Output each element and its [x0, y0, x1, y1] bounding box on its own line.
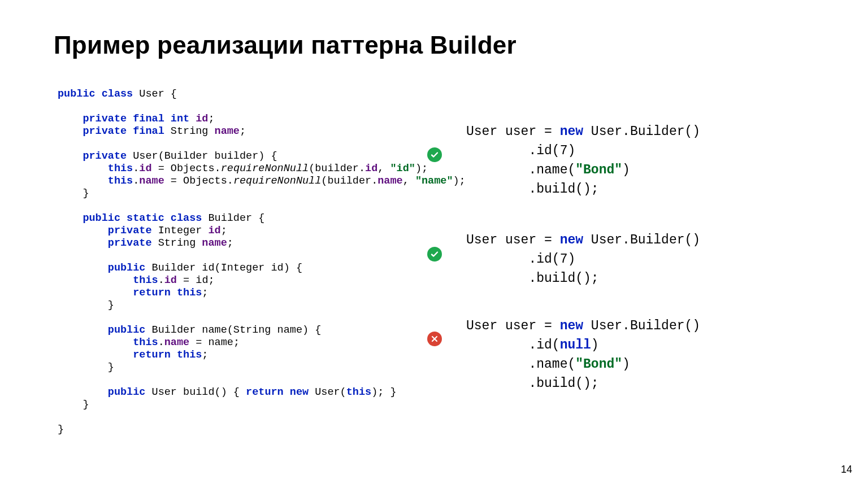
code-token: requireNonNull [221, 163, 309, 175]
slide-title: Пример реализации паттерна Builder [54, 31, 517, 59]
code-token: User.Builder() [583, 319, 700, 333]
code-token: } [58, 361, 114, 373]
code-token: "Bond" [575, 163, 622, 177]
code-token: . [158, 337, 164, 348]
code-token: private [58, 225, 152, 237]
code-token: ); [453, 175, 466, 187]
code-token: ) [591, 338, 599, 352]
code-token: .build(); [466, 376, 599, 391]
code-token: return this [58, 349, 202, 361]
code-token: id [164, 274, 177, 286]
code-token: "name" [415, 175, 453, 187]
code-token: name [164, 337, 189, 348]
code-token: } [58, 188, 89, 199]
code-token: ; [202, 349, 208, 361]
code-token: this [58, 175, 133, 187]
code-token: null [560, 338, 591, 352]
code-token: "id" [390, 163, 415, 175]
code-token: this [58, 337, 158, 348]
code-token: User user = [466, 319, 560, 333]
code-token: public [58, 262, 145, 274]
code-token: .build(); [466, 271, 599, 286]
code-token: .id(7) [466, 143, 575, 158]
code-token: , [403, 175, 415, 187]
code-token: private final int [58, 113, 196, 125]
code-token: (builder. [309, 163, 365, 175]
code-token: . [158, 274, 164, 286]
code-token: ; [227, 237, 233, 249]
code-token: id [365, 163, 377, 175]
code-token: private [58, 150, 127, 162]
code-token: } [58, 424, 64, 435]
code-example-1: User user = new User.Builder() .id(7) .n… [466, 122, 700, 199]
code-block-left: public class User { private final int id… [58, 88, 466, 436]
code-token: public [58, 324, 145, 336]
code-token: private [58, 237, 152, 249]
code-example-3: User user = new User.Builder() .id(null)… [466, 316, 700, 393]
check-icon [427, 247, 442, 262]
code-token: Builder name(String name) { [145, 324, 321, 336]
code-token: User( [309, 386, 346, 398]
code-token: Builder { [202, 212, 264, 224]
check-icon [427, 147, 442, 162]
page-number: 14 [841, 464, 852, 476]
code-token: this [58, 274, 158, 286]
code-token: .build(); [466, 182, 599, 197]
code-token: ; [240, 125, 246, 137]
code-token: Builder id(Integer id) { [145, 262, 302, 274]
code-token: name [215, 125, 240, 137]
code-token: . [133, 163, 139, 175]
code-token: User user = [466, 233, 560, 247]
cross-icon [427, 332, 442, 346]
code-token: new [560, 319, 583, 333]
code-token: return this [58, 287, 202, 299]
code-token: this [58, 163, 133, 175]
code-token: = Objects. [164, 175, 233, 187]
code-token: .id( [466, 338, 560, 352]
code-token: new [560, 233, 583, 247]
code-token: = name; [189, 337, 240, 348]
code-token: public [58, 386, 145, 398]
code-token: = Objects. [152, 163, 221, 175]
code-token: ) [622, 163, 630, 177]
code-token: id [208, 225, 220, 237]
code-token: (builder. [321, 175, 377, 187]
code-token: "Bond" [575, 357, 622, 372]
code-token: User build() { [145, 386, 246, 398]
code-token: private final [58, 125, 164, 137]
code-token: name [139, 175, 164, 187]
code-token: id [196, 113, 208, 125]
code-token: . [133, 175, 139, 187]
code-token: return new [246, 386, 309, 398]
code-token: String [152, 237, 202, 249]
code-token: , [377, 163, 390, 175]
code-token: ); } [371, 386, 396, 398]
code-token: name [377, 175, 402, 187]
code-example-2: User user = new User.Builder() .id(7) .b… [466, 230, 700, 288]
code-token: .id(7) [466, 252, 575, 267]
code-token: .name( [466, 357, 575, 372]
code-token: .name( [466, 163, 575, 177]
code-token: ; [221, 225, 227, 237]
code-token: public static class [58, 212, 202, 224]
code-token: } [58, 399, 89, 411]
code-token: ; [208, 113, 214, 125]
code-token: public class [58, 88, 133, 100]
code-token: new [560, 124, 583, 139]
code-token: id [139, 163, 151, 175]
code-token: ; [202, 287, 208, 299]
code-token: requireNonNull [233, 175, 321, 187]
code-token: User.Builder() [583, 124, 700, 139]
code-token: = id; [177, 274, 215, 286]
code-token: User(Builder builder) { [127, 150, 277, 162]
code-token: Integer [152, 225, 209, 237]
code-token: ) [622, 357, 630, 372]
code-token: name [202, 237, 227, 249]
code-token: ); [415, 163, 428, 175]
code-token: String [164, 125, 215, 137]
code-token: User { [133, 88, 177, 100]
code-token: User user = [466, 124, 560, 139]
slide: Пример реализации паттерна Builder publi… [0, 0, 868, 488]
code-token: User.Builder() [583, 233, 700, 247]
code-token: } [58, 299, 114, 311]
